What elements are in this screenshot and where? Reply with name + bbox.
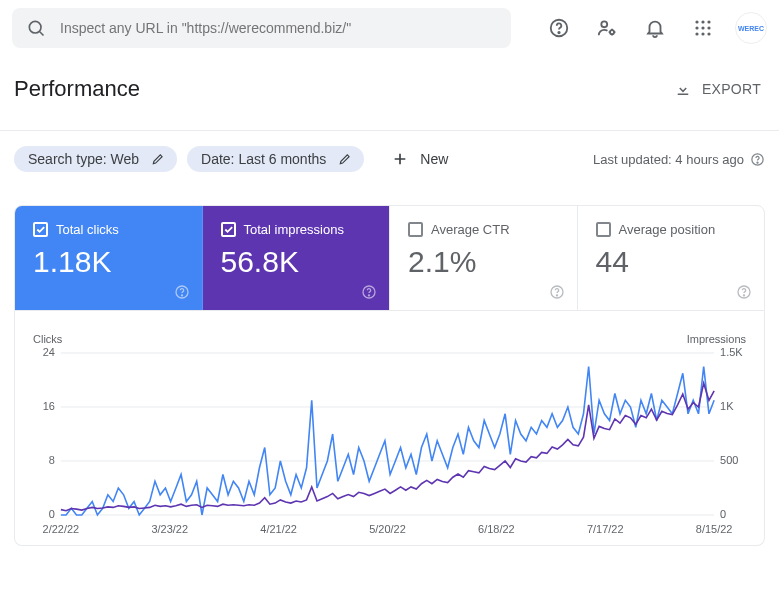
svg-point-19 [181, 295, 182, 296]
svg-point-4 [601, 21, 607, 27]
metric-pos-label: Average position [619, 222, 716, 237]
svg-rect-15 [678, 94, 689, 96]
users-button[interactable] [587, 8, 627, 48]
chart-card: Clicks Impressions 008500161K241.5K2/22/… [14, 311, 765, 546]
last-updated: Last updated: 4 hours ago [593, 152, 765, 167]
svg-line-1 [40, 32, 44, 36]
checkbox-icon [221, 222, 236, 237]
svg-text:1K: 1K [720, 400, 734, 412]
metric-clicks-value: 1.18K [33, 245, 184, 279]
metric-ctr-label: Average CTR [431, 222, 510, 237]
checkbox-icon [596, 222, 611, 237]
svg-text:8: 8 [49, 454, 55, 466]
svg-point-25 [743, 295, 744, 296]
avatar[interactable]: WEREC [735, 12, 767, 44]
export-button[interactable]: EXPORT [674, 80, 761, 98]
metric-ctr-value: 2.1% [408, 245, 559, 279]
svg-point-6 [695, 20, 698, 23]
svg-text:5/20/22: 5/20/22 [369, 523, 406, 535]
metric-clicks[interactable]: Total clicks 1.18K [15, 206, 203, 310]
svg-text:0: 0 [720, 508, 726, 520]
svg-point-13 [701, 32, 704, 35]
users-icon [596, 17, 618, 39]
svg-point-10 [701, 26, 704, 29]
apps-icon [694, 19, 712, 37]
svg-text:7/17/22: 7/17/22 [587, 523, 624, 535]
svg-point-8 [707, 20, 710, 23]
svg-point-7 [701, 20, 704, 23]
metric-impr-label: Total impressions [244, 222, 344, 237]
svg-point-11 [707, 26, 710, 29]
help-icon [548, 17, 570, 39]
plus-icon [392, 151, 408, 167]
content: Total clicks 1.18K Total impressions 56.… [0, 187, 779, 564]
chip-search-type[interactable]: Search type: Web [14, 146, 177, 172]
y-right-label: Impressions [687, 333, 746, 345]
help-icon[interactable] [174, 284, 190, 300]
svg-point-5 [610, 30, 614, 34]
svg-text:500: 500 [720, 454, 738, 466]
filters-row: Search type: Web Date: Last 6 months New… [0, 131, 779, 187]
bell-icon [644, 17, 666, 39]
notifications-button[interactable] [635, 8, 675, 48]
apps-button[interactable] [683, 8, 723, 48]
search-icon [26, 18, 46, 38]
last-updated-text: Last updated: 4 hours ago [593, 152, 744, 167]
checkbox-icon [408, 222, 423, 237]
svg-point-0 [29, 21, 41, 33]
help-button[interactable] [539, 8, 579, 48]
svg-text:8/15/22: 8/15/22 [696, 523, 733, 535]
search-box[interactable] [12, 8, 511, 48]
pencil-icon [338, 152, 352, 166]
page-header: Performance EXPORT [0, 56, 779, 131]
export-label: EXPORT [702, 81, 761, 97]
help-icon[interactable] [361, 284, 377, 300]
svg-text:3/23/22: 3/23/22 [151, 523, 188, 535]
download-icon [674, 80, 692, 98]
chip-date[interactable]: Date: Last 6 months [187, 146, 364, 172]
metric-row: Total clicks 1.18K Total impressions 56.… [14, 205, 765, 311]
metric-position[interactable]: Average position 44 [578, 206, 765, 310]
svg-point-12 [695, 32, 698, 35]
svg-text:0: 0 [49, 508, 55, 520]
pencil-icon [151, 152, 165, 166]
svg-text:16: 16 [43, 400, 55, 412]
metric-ctr[interactable]: Average CTR 2.1% [390, 206, 578, 310]
checkbox-icon [33, 222, 48, 237]
metric-impressions[interactable]: Total impressions 56.8K [203, 206, 391, 310]
chip-search-label: Search type: Web [28, 151, 139, 167]
new-filter-button[interactable]: New [380, 145, 460, 173]
svg-point-17 [757, 162, 758, 163]
svg-text:1.5K: 1.5K [720, 347, 743, 358]
svg-text:4/21/22: 4/21/22 [260, 523, 297, 535]
new-label: New [420, 151, 448, 167]
chart-area: 008500161K241.5K2/22/223/23/224/21/225/2… [31, 347, 748, 537]
svg-point-9 [695, 26, 698, 29]
y-left-label: Clicks [33, 333, 62, 345]
svg-point-21 [368, 295, 369, 296]
svg-text:2/22/22: 2/22/22 [43, 523, 80, 535]
metric-clicks-label: Total clicks [56, 222, 119, 237]
help-icon[interactable] [736, 284, 752, 300]
chip-date-label: Date: Last 6 months [201, 151, 326, 167]
svg-point-3 [558, 32, 559, 33]
topbar: WEREC [0, 0, 779, 56]
metric-pos-value: 44 [596, 245, 747, 279]
metric-impr-value: 56.8K [221, 245, 372, 279]
page-title: Performance [14, 76, 140, 102]
svg-text:6/18/22: 6/18/22 [478, 523, 515, 535]
help-icon[interactable] [549, 284, 565, 300]
svg-point-23 [556, 295, 557, 296]
help-icon[interactable] [750, 152, 765, 167]
svg-text:24: 24 [43, 347, 55, 358]
search-input[interactable] [60, 20, 497, 36]
svg-point-14 [707, 32, 710, 35]
top-icons: WEREC [519, 8, 767, 48]
